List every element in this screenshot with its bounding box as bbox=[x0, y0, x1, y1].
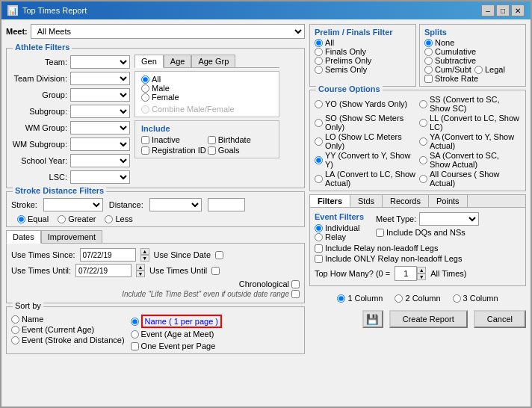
inactive-checkbox[interactable] bbox=[141, 136, 149, 144]
individual-row: Individual bbox=[315, 223, 364, 232]
less-radio[interactable] bbox=[105, 215, 113, 223]
tab-points[interactable]: Points bbox=[429, 195, 468, 207]
course-sa-radio[interactable] bbox=[419, 156, 427, 164]
use-until-input[interactable] bbox=[75, 264, 132, 277]
course-lo-radio[interactable] bbox=[315, 137, 323, 146]
use-since-down[interactable]: ▼ bbox=[140, 255, 149, 262]
top-how-many-up[interactable]: ▲ bbox=[417, 267, 426, 273]
splits-cumulative-radio[interactable] bbox=[424, 48, 433, 56]
school-year-select[interactable] bbox=[70, 154, 130, 167]
course-ll-radio[interactable] bbox=[419, 119, 427, 127]
sort-name-per-page-radio[interactable] bbox=[131, 318, 139, 326]
splits-cumsubt-radio[interactable] bbox=[424, 66, 433, 74]
wm-group-row: WM Group: bbox=[11, 120, 130, 135]
semis-only-radio[interactable] bbox=[315, 66, 323, 74]
sort-name-radio[interactable] bbox=[11, 315, 19, 324]
top-how-many-label: Top How Many? (0 = bbox=[315, 269, 390, 278]
stroke-select[interactable] bbox=[43, 198, 103, 211]
sort-event-age-radio[interactable] bbox=[11, 326, 19, 334]
sort-event-stroke-radio[interactable] bbox=[11, 336, 19, 344]
cancel-button[interactable]: Cancel bbox=[474, 310, 526, 328]
col-1-label: 1 Column bbox=[347, 294, 383, 303]
course-ll-row: LL (Convert to LC, Show LC) bbox=[419, 114, 521, 132]
team-select[interactable] bbox=[70, 55, 130, 69]
maximize-button[interactable]: □ bbox=[496, 4, 510, 16]
distance-input[interactable] bbox=[208, 198, 245, 211]
goals-checkbox[interactable] bbox=[208, 146, 216, 155]
course-ya-radio[interactable] bbox=[419, 137, 427, 146]
life-time-checkbox[interactable] bbox=[291, 290, 300, 298]
course-ss-radio[interactable] bbox=[419, 100, 427, 108]
group-select[interactable] bbox=[70, 88, 130, 102]
relay-non-leadoff-checkbox[interactable] bbox=[315, 244, 323, 253]
radio-male-input[interactable] bbox=[141, 84, 149, 93]
prelims-only-row: Prelims Only bbox=[315, 56, 411, 65]
tab-age[interactable]: Age bbox=[164, 55, 192, 67]
one-event-checkbox[interactable] bbox=[131, 342, 139, 350]
splits-subtractive-radio[interactable] bbox=[424, 57, 433, 65]
use-until-up[interactable]: ▲ bbox=[136, 264, 145, 271]
use-until-date-checkbox[interactable] bbox=[211, 267, 220, 275]
sort-event-meet-radio[interactable] bbox=[131, 330, 139, 339]
birthdate-checkbox[interactable] bbox=[208, 136, 216, 144]
course-lo-row: LO (Show LC Meters Only) bbox=[315, 132, 416, 150]
minimize-button[interactable]: – bbox=[481, 4, 495, 16]
stroke-rate-checkbox[interactable] bbox=[424, 75, 433, 83]
create-report-button[interactable]: Create Report bbox=[389, 310, 468, 328]
greater-radio[interactable] bbox=[58, 215, 66, 223]
meet-select[interactable]: All Meets bbox=[31, 24, 305, 39]
stroke-distance-box: Stroke Distance Filters Stroke: Distance… bbox=[6, 191, 305, 227]
splits-none-radio[interactable] bbox=[424, 39, 433, 47]
course-la-radio[interactable] bbox=[315, 175, 323, 183]
prelims-only-radio[interactable] bbox=[315, 57, 323, 65]
tab-gen[interactable]: Gen bbox=[134, 55, 164, 68]
relay-only-non-leadoff-checkbox[interactable] bbox=[315, 255, 323, 263]
splits-legal-radio[interactable] bbox=[474, 66, 483, 74]
distance-select[interactable] bbox=[149, 198, 202, 211]
meet-type-group: Meet Type: Include DQs and NSs bbox=[376, 212, 479, 238]
tab-dates[interactable]: Dates bbox=[6, 230, 41, 244]
top-how-many-down[interactable]: ▼ bbox=[417, 273, 426, 280]
save-button[interactable]: 💾 bbox=[362, 310, 383, 328]
relay-radio[interactable] bbox=[315, 233, 323, 241]
tab-stds[interactable]: Stds bbox=[350, 195, 383, 207]
tab-filters[interactable]: Filters bbox=[310, 195, 350, 207]
use-since-input[interactable] bbox=[80, 248, 136, 262]
tab-improvement[interactable]: Improvement bbox=[41, 230, 102, 243]
use-until-down[interactable]: ▼ bbox=[136, 271, 145, 277]
course-so-radio[interactable] bbox=[315, 119, 323, 127]
course-all-radio[interactable] bbox=[419, 175, 427, 183]
col-2-radio[interactable] bbox=[395, 294, 403, 303]
radio-all-input[interactable] bbox=[141, 75, 149, 84]
sort-name-per-page-label: Name ( 1 per page ) bbox=[141, 315, 222, 328]
greater-radio-row: Greater bbox=[58, 214, 96, 223]
finals-only-radio[interactable] bbox=[315, 48, 323, 56]
col-3-radio[interactable] bbox=[453, 294, 461, 303]
prelim-all-radio[interactable] bbox=[315, 39, 323, 47]
tab-records[interactable]: Records bbox=[383, 195, 429, 207]
registration-checkbox[interactable] bbox=[141, 146, 149, 155]
individual-radio[interactable] bbox=[315, 224, 323, 232]
course-yo-radio[interactable] bbox=[315, 100, 323, 108]
wm-group-select[interactable] bbox=[70, 121, 130, 135]
equal-radio[interactable] bbox=[17, 215, 25, 223]
team-division-select[interactable] bbox=[70, 72, 130, 85]
top-how-many-input[interactable] bbox=[395, 266, 417, 281]
radio-female-input[interactable] bbox=[141, 93, 149, 102]
chronological-checkbox[interactable] bbox=[291, 280, 300, 288]
use-since-up[interactable]: ▲ bbox=[140, 248, 149, 255]
lsc-select[interactable] bbox=[70, 170, 130, 184]
close-button[interactable]: ✕ bbox=[511, 4, 525, 16]
col-1-radio[interactable] bbox=[337, 294, 345, 303]
tab-age-grp[interactable]: Age Grp bbox=[191, 55, 235, 67]
prelim-finals-box: Prelim / Finals Filter All Finals Only P… bbox=[309, 24, 416, 87]
meet-type-select[interactable] bbox=[419, 212, 479, 226]
include-dqs-checkbox[interactable] bbox=[376, 229, 384, 237]
chronological-label: Chronological bbox=[239, 279, 289, 288]
wm-subgroup-select[interactable] bbox=[70, 137, 130, 151]
splits-cumulative-label: Cumulative bbox=[435, 47, 476, 56]
subgroup-select[interactable] bbox=[70, 105, 130, 118]
use-since-date-checkbox[interactable] bbox=[215, 251, 223, 259]
course-yy-radio[interactable] bbox=[315, 156, 323, 164]
bottom-tabs-area: Filters Stds Records Points Event Filter… bbox=[309, 194, 526, 286]
